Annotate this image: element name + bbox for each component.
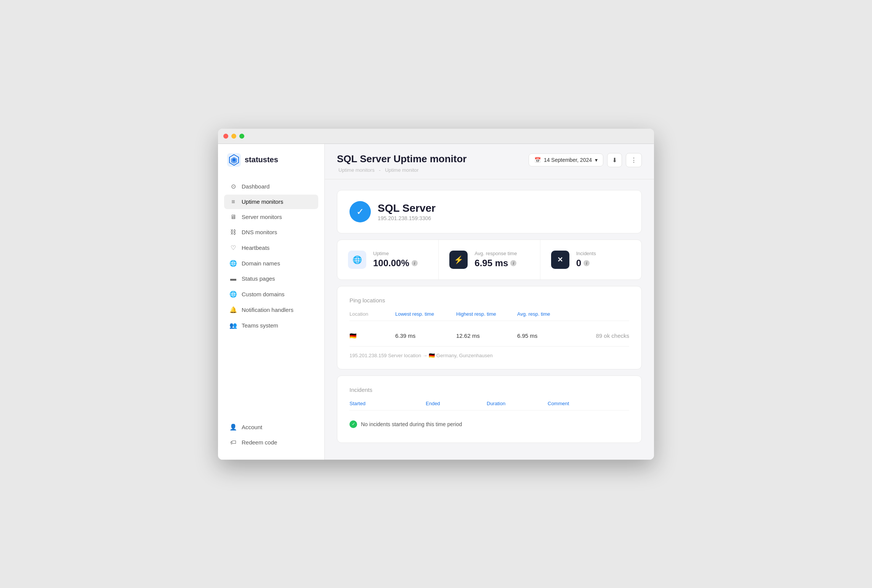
sidebar-item-status-pages[interactable]: ▬ Status pages <box>224 272 318 286</box>
sidebar-item-account[interactable]: 👤 Account <box>224 420 318 435</box>
sidebar-item-teams-system[interactable]: 👥 Teams system <box>224 318 318 333</box>
col-location: Location <box>349 311 395 317</box>
maximize-button[interactable] <box>239 134 244 139</box>
domain-names-icon: 🌐 <box>229 260 237 267</box>
chevron-down-icon: ▾ <box>595 157 598 163</box>
sidebar-item-label: Uptime monitors <box>242 198 283 205</box>
col-checks <box>578 311 629 317</box>
incidents-card: Incidents Started Ended Duration Comment… <box>337 375 642 443</box>
teams-system-icon: 👥 <box>229 322 237 329</box>
sidebar: statustes ⊙ Dashboard ≡ Uptime monitors … <box>218 144 325 460</box>
no-incidents-icon: ✓ <box>349 420 357 428</box>
logo-text: statustes <box>245 155 278 164</box>
sidebar-item-redeem-code[interactable]: 🏷 Redeem code <box>224 435 318 450</box>
table-row: 🇩🇪 6.39 ms 12.62 ms 6.95 ms 89 ok checks <box>349 327 629 345</box>
download-icon: ⬇ <box>612 157 617 164</box>
main-content: SQL Server Uptime monitor Uptime monitor… <box>325 144 654 460</box>
date-label: 14 September, 2024 <box>544 157 592 163</box>
account-icon: 👤 <box>229 423 237 431</box>
sidebar-item-custom-domains[interactable]: 🌐 Custom domains <box>224 287 318 302</box>
dns-monitors-icon: ⛓ <box>229 229 237 236</box>
no-incidents-text: No incidents started during this time pe… <box>361 421 462 427</box>
response-info-icon[interactable]: i <box>510 260 516 266</box>
stat-avg-response: ⚡ Avg. response time 6.95 ms i <box>439 240 540 280</box>
sidebar-item-heartbeats[interactable]: ♡ Heartbeats <box>224 240 318 255</box>
breadcrumb: Uptime monitors - Uptime monitor <box>337 167 467 173</box>
close-button[interactable] <box>223 134 228 139</box>
header-actions: 📅 14 September, 2024 ▾ ⬇ ⋮ <box>529 153 642 167</box>
response-label: Avg. response time <box>474 251 517 256</box>
col-avg: Avg. resp. time <box>517 311 578 317</box>
breadcrumb-item-1[interactable]: Uptime monitors <box>338 167 375 173</box>
logo-icon <box>227 153 241 167</box>
logo: statustes <box>224 153 318 167</box>
uptime-info-icon[interactable]: i <box>412 260 418 266</box>
sidebar-item-label: Notification handlers <box>242 307 293 313</box>
stat-response-info: Avg. response time 6.95 ms i <box>474 251 517 268</box>
svg-point-1 <box>232 158 236 161</box>
sidebar-item-label: Server monitors <box>242 214 282 220</box>
sidebar-item-notification-handlers[interactable]: 🔔 Notification handlers <box>224 302 318 317</box>
monitor-info: SQL Server 195.201.238.159:3306 <box>378 202 436 221</box>
header-left: SQL Server Uptime monitor Uptime monitor… <box>337 153 467 173</box>
more-options-button[interactable]: ⋮ <box>626 153 642 167</box>
minimize-button[interactable] <box>231 134 236 139</box>
checkmark-icon: ✓ <box>356 206 364 217</box>
uptime-value: 100.00% i <box>373 258 418 268</box>
row-highest: 12.62 ms <box>456 332 517 339</box>
stats-card: 🌐 Uptime 100.00% i ⚡ Avg. response t <box>337 240 642 280</box>
sidebar-item-label: Teams system <box>242 322 278 329</box>
sidebar-item-server-monitors[interactable]: 🖥 Server monitors <box>224 210 318 224</box>
ping-locations-title: Ping locations <box>349 297 629 304</box>
incidents-icon: ✕ <box>551 251 569 269</box>
app-window: statustes ⊙ Dashboard ≡ Uptime monitors … <box>218 129 654 460</box>
server-location-flag: 🇩🇪 <box>429 353 436 358</box>
redeem-code-icon: 🏷 <box>229 439 237 446</box>
col-ended: Ended <box>426 401 487 406</box>
col-highest: Highest resp. time <box>456 311 517 317</box>
sidebar-item-label: DNS monitors <box>242 229 277 235</box>
custom-domains-icon: 🌐 <box>229 291 237 298</box>
sidebar-item-label: Dashboard <box>242 183 269 190</box>
sidebar-item-label: Status pages <box>242 275 275 282</box>
titlebar <box>218 129 654 144</box>
sidebar-item-domain-names[interactable]: 🌐 Domain names <box>224 256 318 271</box>
monitor-name: SQL Server <box>378 202 436 214</box>
breadcrumb-item-2: Uptime monitor <box>385 167 418 173</box>
col-duration: Duration <box>487 401 548 406</box>
stat-uptime-info: Uptime 100.00% i <box>373 251 418 268</box>
stat-uptime: 🌐 Uptime 100.00% i <box>337 240 439 280</box>
status-pages-icon: ▬ <box>229 275 237 282</box>
incidents-table-header: Started Ended Duration Comment <box>349 401 629 411</box>
more-icon: ⋮ <box>631 157 637 164</box>
notification-handlers-icon: 🔔 <box>229 306 237 313</box>
no-incidents-row: ✓ No incidents started during this time … <box>349 417 629 432</box>
col-lowest: Lowest resp. time <box>395 311 456 317</box>
incidents-info-icon[interactable]: i <box>583 260 590 266</box>
heartbeats-icon: ♡ <box>229 244 237 251</box>
sidebar-item-label: Custom domains <box>242 291 285 297</box>
sidebar-item-dns-monitors[interactable]: ⛓ DNS monitors <box>224 225 318 240</box>
monitor-header: ✓ SQL Server 195.201.238.159:3306 <box>349 201 629 222</box>
date-picker-button[interactable]: 📅 14 September, 2024 ▾ <box>529 153 603 166</box>
uptime-monitors-icon: ≡ <box>229 198 237 205</box>
col-started: Started <box>349 401 426 406</box>
breadcrumb-separator: - <box>379 167 382 173</box>
sidebar-item-label: Account <box>242 424 262 430</box>
row-checks: 89 ok checks <box>578 332 629 339</box>
sidebar-item-dashboard[interactable]: ⊙ Dashboard <box>224 179 318 194</box>
ping-locations-card: Ping locations Location Lowest resp. tim… <box>337 286 642 369</box>
server-location: 195.201.238.159 Server location → 🇩🇪 Ger… <box>349 346 629 358</box>
response-time-icon: ⚡ <box>449 251 468 269</box>
sidebar-item-label: Redeem code <box>242 439 277 446</box>
stat-incidents: ✕ Incidents 0 i <box>540 240 641 280</box>
sidebar-item-uptime-monitors[interactable]: ≡ Uptime monitors <box>224 195 318 209</box>
ping-table-header: Location Lowest resp. time Highest resp.… <box>349 311 629 321</box>
download-button[interactable]: ⬇ <box>607 153 622 167</box>
server-location-prefix: 195.201.238.159 Server location → <box>349 353 428 358</box>
uptime-label: Uptime <box>373 251 418 256</box>
row-lowest: 6.39 ms <box>395 332 456 339</box>
stat-incidents-info: Incidents 0 i <box>576 251 596 268</box>
sidebar-item-label: Heartbeats <box>242 244 269 251</box>
response-value: 6.95 ms i <box>474 258 517 268</box>
